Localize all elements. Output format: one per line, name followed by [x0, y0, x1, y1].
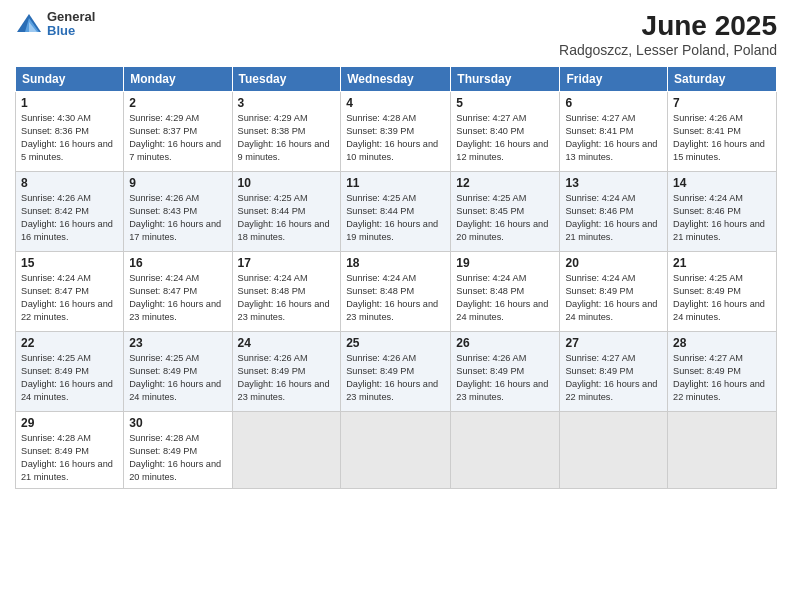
- sunset-label: Sunset: 8:39 PM: [346, 126, 414, 136]
- table-row: 7 Sunrise: 4:26 AM Sunset: 8:41 PM Dayli…: [668, 92, 777, 172]
- day-number: 26: [456, 336, 554, 350]
- day-number: 3: [238, 96, 336, 110]
- sunset-label: Sunset: 8:49 PM: [565, 366, 633, 376]
- sunrise-label: Sunrise: 4:28 AM: [21, 433, 91, 443]
- daylight-label: Daylight: 16 hours and 7 minutes.: [129, 139, 221, 162]
- table-row: 21 Sunrise: 4:25 AM Sunset: 8:49 PM Dayl…: [668, 252, 777, 332]
- sunrise-label: Sunrise: 4:24 AM: [565, 273, 635, 283]
- sunrise-label: Sunrise: 4:24 AM: [129, 273, 199, 283]
- day-info: Sunrise: 4:26 AM Sunset: 8:49 PM Dayligh…: [238, 352, 336, 404]
- header-monday: Monday: [124, 67, 232, 92]
- sunrise-label: Sunrise: 4:24 AM: [565, 193, 635, 203]
- day-info: Sunrise: 4:24 AM Sunset: 8:46 PM Dayligh…: [673, 192, 771, 244]
- header: General Blue June 2025 Radgoszcz, Lesser…: [15, 10, 777, 58]
- day-number: 28: [673, 336, 771, 350]
- day-info: Sunrise: 4:26 AM Sunset: 8:49 PM Dayligh…: [456, 352, 554, 404]
- daylight-label: Daylight: 16 hours and 23 minutes.: [129, 299, 221, 322]
- sunset-label: Sunset: 8:44 PM: [346, 206, 414, 216]
- day-info: Sunrise: 4:28 AM Sunset: 8:49 PM Dayligh…: [21, 432, 118, 484]
- sunset-label: Sunset: 8:49 PM: [456, 366, 524, 376]
- daylight-label: Daylight: 16 hours and 24 minutes.: [565, 299, 657, 322]
- sunrise-label: Sunrise: 4:25 AM: [673, 273, 743, 283]
- sunset-label: Sunset: 8:44 PM: [238, 206, 306, 216]
- sunrise-label: Sunrise: 4:27 AM: [565, 113, 635, 123]
- table-row: 26 Sunrise: 4:26 AM Sunset: 8:49 PM Dayl…: [451, 332, 560, 412]
- sunset-label: Sunset: 8:48 PM: [238, 286, 306, 296]
- day-number: 23: [129, 336, 226, 350]
- day-info: Sunrise: 4:24 AM Sunset: 8:46 PM Dayligh…: [565, 192, 662, 244]
- table-row: 15 Sunrise: 4:24 AM Sunset: 8:47 PM Dayl…: [16, 252, 124, 332]
- header-sunday: Sunday: [16, 67, 124, 92]
- daylight-label: Daylight: 16 hours and 20 minutes.: [456, 219, 548, 242]
- table-row: 4 Sunrise: 4:28 AM Sunset: 8:39 PM Dayli…: [341, 92, 451, 172]
- day-number: 18: [346, 256, 445, 270]
- sunrise-label: Sunrise: 4:26 AM: [238, 353, 308, 363]
- sunset-label: Sunset: 8:49 PM: [673, 286, 741, 296]
- sunrise-label: Sunrise: 4:24 AM: [456, 273, 526, 283]
- day-number: 29: [21, 416, 118, 430]
- table-row: 5 Sunrise: 4:27 AM Sunset: 8:40 PM Dayli…: [451, 92, 560, 172]
- table-row: 14 Sunrise: 4:24 AM Sunset: 8:46 PM Dayl…: [668, 172, 777, 252]
- day-number: 19: [456, 256, 554, 270]
- sunset-label: Sunset: 8:49 PM: [129, 366, 197, 376]
- day-number: 6: [565, 96, 662, 110]
- daylight-label: Daylight: 16 hours and 24 minutes.: [129, 379, 221, 402]
- sunrise-label: Sunrise: 4:30 AM: [21, 113, 91, 123]
- table-row: 11 Sunrise: 4:25 AM Sunset: 8:44 PM Dayl…: [341, 172, 451, 252]
- daylight-label: Daylight: 16 hours and 24 minutes.: [456, 299, 548, 322]
- day-number: 24: [238, 336, 336, 350]
- day-info: Sunrise: 4:26 AM Sunset: 8:42 PM Dayligh…: [21, 192, 118, 244]
- table-row: 28 Sunrise: 4:27 AM Sunset: 8:49 PM Dayl…: [668, 332, 777, 412]
- title-block: June 2025 Radgoszcz, Lesser Poland, Pola…: [559, 10, 777, 58]
- day-info: Sunrise: 4:26 AM Sunset: 8:49 PM Dayligh…: [346, 352, 445, 404]
- day-info: Sunrise: 4:24 AM Sunset: 8:49 PM Dayligh…: [565, 272, 662, 324]
- sunset-label: Sunset: 8:48 PM: [346, 286, 414, 296]
- daylight-label: Daylight: 16 hours and 22 minutes.: [673, 379, 765, 402]
- header-wednesday: Wednesday: [341, 67, 451, 92]
- sunrise-label: Sunrise: 4:26 AM: [456, 353, 526, 363]
- sunrise-label: Sunrise: 4:26 AM: [21, 193, 91, 203]
- daylight-label: Daylight: 16 hours and 5 minutes.: [21, 139, 113, 162]
- sunset-label: Sunset: 8:36 PM: [21, 126, 89, 136]
- day-number: 4: [346, 96, 445, 110]
- day-number: 12: [456, 176, 554, 190]
- day-info: Sunrise: 4:29 AM Sunset: 8:37 PM Dayligh…: [129, 112, 226, 164]
- table-row: 6 Sunrise: 4:27 AM Sunset: 8:41 PM Dayli…: [560, 92, 668, 172]
- day-info: Sunrise: 4:24 AM Sunset: 8:47 PM Dayligh…: [129, 272, 226, 324]
- sunset-label: Sunset: 8:45 PM: [456, 206, 524, 216]
- day-number: 15: [21, 256, 118, 270]
- sunset-label: Sunset: 8:47 PM: [129, 286, 197, 296]
- sunrise-label: Sunrise: 4:27 AM: [456, 113, 526, 123]
- sunrise-label: Sunrise: 4:29 AM: [238, 113, 308, 123]
- table-row: [560, 412, 668, 489]
- table-row: 19 Sunrise: 4:24 AM Sunset: 8:48 PM Dayl…: [451, 252, 560, 332]
- daylight-label: Daylight: 16 hours and 21 minutes.: [673, 219, 765, 242]
- day-number: 30: [129, 416, 226, 430]
- sunrise-label: Sunrise: 4:28 AM: [346, 113, 416, 123]
- day-number: 8: [21, 176, 118, 190]
- day-number: 7: [673, 96, 771, 110]
- table-row: 22 Sunrise: 4:25 AM Sunset: 8:49 PM Dayl…: [16, 332, 124, 412]
- sunset-label: Sunset: 8:49 PM: [565, 286, 633, 296]
- sunrise-label: Sunrise: 4:25 AM: [238, 193, 308, 203]
- daylight-label: Daylight: 16 hours and 10 minutes.: [346, 139, 438, 162]
- day-number: 10: [238, 176, 336, 190]
- daylight-label: Daylight: 16 hours and 23 minutes.: [346, 299, 438, 322]
- sunrise-label: Sunrise: 4:25 AM: [346, 193, 416, 203]
- logo: General Blue: [15, 10, 95, 39]
- page: General Blue June 2025 Radgoszcz, Lesser…: [0, 0, 792, 612]
- sunset-label: Sunset: 8:48 PM: [456, 286, 524, 296]
- sunset-label: Sunset: 8:43 PM: [129, 206, 197, 216]
- daylight-label: Daylight: 16 hours and 21 minutes.: [21, 459, 113, 482]
- day-info: Sunrise: 4:26 AM Sunset: 8:43 PM Dayligh…: [129, 192, 226, 244]
- daylight-label: Daylight: 16 hours and 21 minutes.: [565, 219, 657, 242]
- day-info: Sunrise: 4:25 AM Sunset: 8:49 PM Dayligh…: [21, 352, 118, 404]
- day-info: Sunrise: 4:25 AM Sunset: 8:49 PM Dayligh…: [129, 352, 226, 404]
- page-title: June 2025: [559, 10, 777, 42]
- sunrise-label: Sunrise: 4:24 AM: [346, 273, 416, 283]
- daylight-label: Daylight: 16 hours and 23 minutes.: [456, 379, 548, 402]
- table-row: 2 Sunrise: 4:29 AM Sunset: 8:37 PM Dayli…: [124, 92, 232, 172]
- day-number: 20: [565, 256, 662, 270]
- daylight-label: Daylight: 16 hours and 24 minutes.: [21, 379, 113, 402]
- daylight-label: Daylight: 16 hours and 23 minutes.: [346, 379, 438, 402]
